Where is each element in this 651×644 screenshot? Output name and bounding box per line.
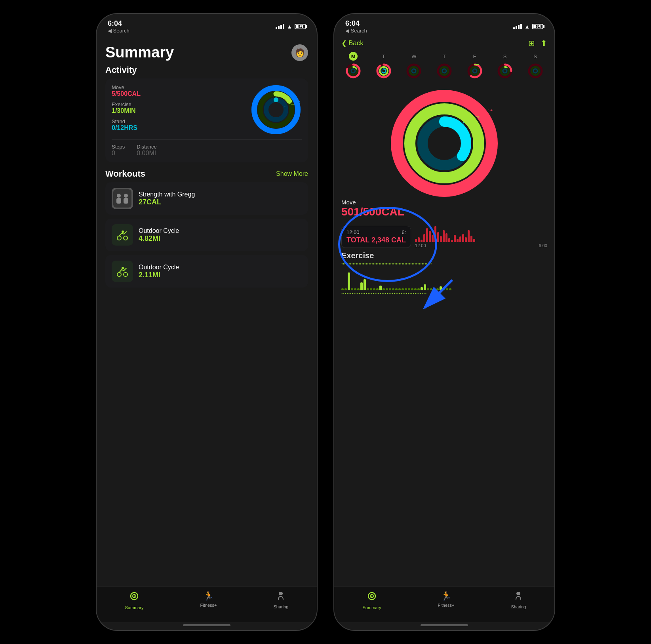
move-stat: Move 5/500CAL [112,84,244,97]
tab-fitness-right[interactable]: 🏃 Fitness+ [438,591,455,608]
svg-point-70 [371,596,373,597]
svg-point-53 [503,69,507,73]
day-col-T2[interactable]: T [436,52,453,79]
svg-text:→: → [296,99,301,104]
left-screen: Summary 🧑 Activity Move 5/500CAL Exercis… [97,37,317,587]
fitness-icon-left: 🏃 [203,591,214,601]
status-bar-right: 6:04 ◀ Search ▲ 51 [334,14,554,37]
day-col-F[interactable]: F [466,52,483,79]
activity-section-title: Activity [105,65,308,75]
day-col-T1[interactable]: T [375,52,392,79]
show-more-btn[interactable]: Show More [276,170,308,177]
back-search-right[interactable]: ◀ Search [345,28,367,34]
day-col-S2[interactable]: S [527,52,544,79]
workout-icon-1 [112,224,133,246]
svg-text:→: → [290,102,295,107]
steps-item: Steps 0 [112,144,125,157]
svg-point-16 [124,236,128,240]
workout-icon-2 [112,261,133,282]
signal-icon-right [513,24,522,29]
workouts-header: Workouts Show More [105,169,308,179]
svg-point-20 [122,267,124,269]
svg-point-40 [440,67,448,75]
workouts-title: Workouts [105,169,145,179]
svg-rect-14 [124,198,128,204]
battery-left: 51 [295,24,306,29]
svg-point-56 [533,69,537,73]
day-col-S1[interactable]: S [497,52,513,79]
summary-icon-left [129,591,139,604]
wifi-icon-left: ▲ [287,23,292,30]
svg-point-51 [501,67,509,75]
calendar-icon[interactable]: ⊞ [528,38,535,48]
workout-item-1[interactable]: Outdoor Cycle 4.82MI [105,219,308,251]
activity-rings-small: → → ↑ [250,84,302,135]
svg-text:↑: ↑ [462,120,465,127]
tab-summary-right[interactable]: Summary [363,591,381,610]
callout-box: 12:00 6: TOTAL 2,348 CAL [341,226,411,248]
home-indicator-left [97,622,317,630]
big-rings: → → ↑ [334,84,554,199]
battery-right: 51 [532,24,543,29]
time-left: 6:04 [108,19,122,28]
tab-summary-left[interactable]: Summary [125,591,144,610]
avatar[interactable]: 🧑 [291,44,308,61]
steps-distance-row: Steps 0 Distance 0.00MI [112,139,302,157]
exercise-bar-chart [341,267,547,290]
svg-point-29 [351,69,355,73]
svg-point-23 [134,596,135,597]
tab-fitness-left[interactable]: 🏃 Fitness+ [200,591,217,608]
green-dots: ●●●●●●●●●●●●●●●●●●●●●●●●●●●●●●●●●●●●●●●●… [341,263,547,265]
workout-item-0[interactable]: Strength with Gregg 27CAL [105,182,308,215]
tab-label-summary-left: Summary [125,605,144,610]
svg-text:→: → [485,105,495,114]
workout-item-2[interactable]: Outdoor Cycle 2.11MI [105,255,308,288]
svg-point-38 [412,69,416,73]
svg-point-48 [477,64,479,65]
tab-label-summary-right: Summary [363,605,381,610]
back-button-right[interactable]: ❮ Back [341,39,364,48]
right-phone: 6:04 ◀ Search ▲ 51 ❮ Back [333,13,555,631]
summary-icon-right [367,591,377,604]
sharing-icon-right [514,591,523,603]
exercise-section: Exercise ●●●●●●●●●●●●●●●●●●●●●●●●●●●●●●●… [334,248,554,587]
exercise-stat: Exercise 1/30MIN [112,101,244,114]
move-label-right: Move [341,199,547,206]
tab-bar-right: Summary 🏃 Fitness+ Sharing [334,587,554,622]
svg-text:→: → [473,112,482,121]
week-strip: M T [334,52,554,84]
tab-label-fitness-left: Fitness+ [200,603,217,608]
page-title-area: Summary 🧑 [105,44,308,61]
back-search-left[interactable]: ◀ Search [108,28,129,34]
home-indicator-right [334,622,554,630]
svg-point-6 [266,100,286,120]
tab-sharing-left[interactable]: S Sharing [274,591,289,609]
right-screen: ❮ Back ⊞ ⬆ M [334,37,554,587]
svg-text:S: S [280,593,282,595]
svg-point-37 [410,67,418,75]
svg-point-41 [442,69,446,73]
stand-stat: Stand 0/12HRS [112,118,244,131]
nav-bar-right: ❮ Back ⊞ ⬆ [334,37,554,52]
move-bar-chart [415,222,547,242]
fitness-icon-right: 🏃 [441,591,451,601]
callout-total: TOTAL 2,348 CAL [346,236,406,244]
signal-icon-left [276,24,284,29]
exercise-section-label: Exercise [341,251,547,260]
svg-point-18 [117,272,121,276]
workout-name-2: Outdoor Cycle [139,264,179,271]
svg-point-17 [122,231,124,233]
tab-sharing-right[interactable]: Sharing [511,591,526,609]
share-icon[interactable]: ⬆ [541,38,547,48]
svg-point-47 [476,64,477,65]
svg-point-15 [117,236,121,240]
page-title-text: Summary [105,44,174,61]
tab-label-sharing-left: Sharing [274,604,289,609]
tab-label-sharing-right: Sharing [511,604,526,609]
svg-point-44 [471,67,479,75]
workout-value-1: 4.82MI [139,234,179,243]
chart-container: 12:00 6: TOTAL 2,348 CAL [341,221,547,248]
workout-value-2: 2.11MI [139,271,179,279]
day-col-W[interactable]: W [405,52,422,79]
day-col-M[interactable]: M [345,52,362,79]
